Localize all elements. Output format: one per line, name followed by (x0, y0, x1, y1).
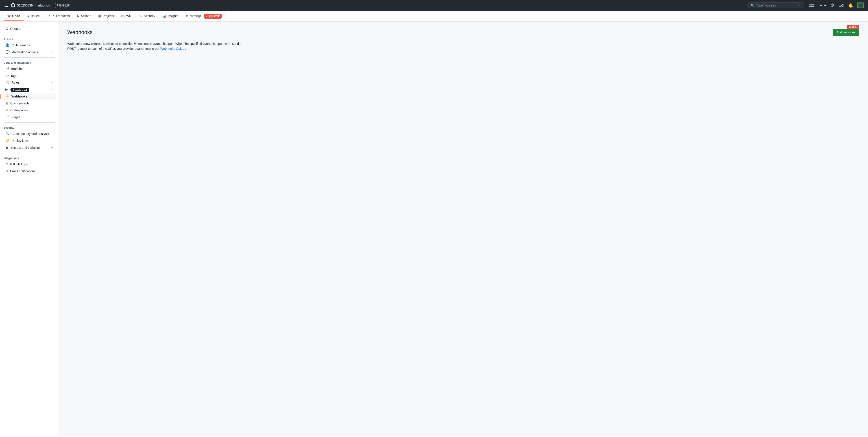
search-shortcut: / (798, 4, 801, 7)
pages-icon: 📄 (5, 115, 10, 119)
pr-tab-icon: ⎇ (46, 14, 50, 18)
main-layout: ⚙ General Access 👤 Collaborators 💬 Moder… (0, 22, 868, 436)
terminal-button[interactable]: ⌨ (808, 2, 815, 9)
webhooks-guide-link[interactable]: Webhooks Guide (160, 47, 184, 51)
code-tab-icon: <> (7, 14, 11, 18)
webhook-tooltip: 3.webhook (11, 88, 29, 92)
tab-projects[interactable]: ▦ Projects (95, 11, 118, 21)
sidebar-section-security: Security (0, 124, 58, 130)
sidebar-section-code: Code and automation (0, 59, 58, 65)
timer-icon[interactable]: ⏱ (830, 2, 835, 9)
tab-issues[interactable]: ● Issues (24, 11, 43, 21)
nav-tabs: <> Code ● Issues ⎇ Pull requests ▶ Actio… (0, 11, 868, 22)
sidebar-item-moderation[interactable]: 💬 Moderation options ▾ (2, 49, 56, 56)
tab-code-label: Code (12, 14, 20, 18)
sidebar-general-label: General (10, 27, 53, 31)
sidebar-secrets-label: Secrets and variables (10, 146, 50, 149)
tab-actions-label: Actions (81, 14, 91, 18)
tab-settings[interactable]: ⚙ Settings 2.选择设置 (182, 11, 225, 21)
sidebar-item-webhooks[interactable]: 3.webhook ⚡ Webhooks (2, 93, 56, 100)
sidebar-item-email-notifications[interactable]: ✉ Email notifications (2, 168, 56, 175)
tab-wiki[interactable]: 📖 Wiki (118, 11, 136, 21)
sidebar-item-tags[interactable]: 🏷 Tags (2, 72, 56, 79)
sidebar-item-codespaces[interactable]: ▤ Codespaces (2, 107, 56, 113)
sidebar-item-general[interactable]: ⚙ General (2, 25, 56, 32)
sidebar-item-pages[interactable]: 📄 Pages (2, 114, 56, 121)
sidebar-code-security-label: Code security and analysis (11, 132, 53, 136)
content-area: Webhooks 4.添加 Add webhook Webhooks allow… (58, 22, 868, 436)
sidebar-item-environments[interactable]: ▦ Environments (2, 100, 56, 107)
sidebar-branches-label: Branches (11, 67, 53, 71)
sidebar-pages-label: Pages (11, 115, 53, 119)
bell-icon[interactable]: 🔔 (847, 2, 854, 9)
security-tab-icon: 🛡 (139, 14, 143, 18)
add-webhook-wrapper: 4.添加 Add webhook (833, 29, 859, 36)
extension-icon[interactable]: ⬛ (857, 2, 864, 8)
sidebar-codespaces-label: Codespaces (10, 108, 53, 112)
rules-chevron-icon: ▾ (51, 81, 53, 84)
sidebar-moderation-label: Moderation options (11, 51, 50, 54)
secrets-icon: ▣ (5, 146, 8, 150)
search-icon: 🔍 (750, 4, 754, 7)
sidebar-github-apps-label: GitHub Apps (10, 163, 53, 166)
tab-security[interactable]: 🛡 Security (136, 11, 159, 21)
sidebar-deploy-keys-label: Deploy keys (11, 139, 53, 142)
rules-icon: 📋 (5, 80, 10, 85)
tab-projects-label: Projects (102, 14, 114, 18)
tab-code[interactable]: <> Code (4, 11, 24, 21)
collaborators-icon: 👤 (5, 43, 10, 47)
separator: / (35, 4, 36, 7)
pr-icon[interactable]: ⎇ (838, 2, 845, 9)
sidebar-tags-label: Tags (10, 74, 53, 77)
step2-badge: 2.选择设置 (204, 14, 222, 19)
search-input[interactable] (756, 4, 797, 7)
github-apps-icon: ⊙ (5, 162, 8, 166)
sidebar-item-branches[interactable]: ⎇ Branches (2, 65, 56, 72)
menu-button[interactable]: ☰ (4, 2, 9, 9)
topbar: ☰ 515250339 / algorithm 1.选择仓库 🔍 / ⌨ ＋ ▾… (0, 0, 868, 11)
tags-icon: 🏷 (5, 74, 9, 77)
sidebar-divider-code (4, 57, 55, 58)
moderation-icon: 💬 (5, 50, 10, 54)
step1-badge: 1.选择仓库 (55, 3, 71, 8)
sidebar-section-access: Access (0, 36, 58, 42)
projects-tab-icon: ▦ (98, 14, 101, 18)
sidebar-item-rules[interactable]: 📋 Rules ▾ (2, 79, 56, 86)
issues-tab-icon: ● (27, 14, 29, 18)
wiki-tab-icon: 📖 (121, 14, 125, 18)
moderation-chevron-icon: ▾ (51, 51, 53, 54)
plus-button[interactable]: ＋ ▾ (818, 2, 827, 9)
actions-icon: ▶ (5, 88, 8, 92)
tab-insights[interactable]: 📊 Insights (159, 11, 182, 21)
tab-security-label: Security (144, 14, 155, 18)
tab-settings-label: Settings (190, 14, 202, 18)
footer: © 2024 GitHub, Inc. Terms Privacy Securi… (0, 436, 868, 437)
general-icon: ⚙ (5, 27, 8, 31)
actions-tab-icon: ▶ (77, 14, 80, 18)
sidebar-environments-label: Environments (10, 102, 53, 105)
sidebar-item-github-apps[interactable]: ⊙ GitHub Apps (2, 161, 56, 168)
search-bar[interactable]: 🔍 / (748, 2, 804, 8)
settings-tab-icon: ⚙ (186, 14, 189, 18)
sidebar-item-code-security[interactable]: 🔍 Code security and analysis (2, 130, 56, 137)
sidebar-item-collaborators[interactable]: 👤 Collaborators (2, 42, 56, 48)
username: 515250339 (17, 4, 33, 7)
sidebar-divider-integrations (4, 153, 55, 153)
sidebar-item-secrets[interactable]: ▣ Secrets and variables ▾ (2, 144, 56, 151)
add-webhook-button[interactable]: Add webhook (833, 29, 859, 36)
page-description: Webhooks allow external services to be n… (67, 41, 247, 51)
sidebar-item-deploy-keys[interactable]: 🔑 Deploy keys (2, 137, 56, 144)
github-logo (11, 3, 15, 8)
tab-wiki-label: Wiki (126, 14, 132, 18)
sidebar-email-label: Email notifications (10, 169, 53, 173)
tab-pull-requests[interactable]: ⎇ Pull requests (43, 11, 73, 21)
tab-issues-label: Issues (31, 14, 39, 18)
email-icon: ✉ (5, 169, 8, 173)
webhooks-icon: ⚡ (5, 94, 10, 98)
description-text1: Webhooks allow external services to be n… (67, 42, 242, 51)
branches-icon: ⎇ (5, 67, 9, 71)
tab-insights-label: Insights (167, 14, 178, 18)
repo-name[interactable]: algorithm (38, 4, 53, 7)
tab-actions[interactable]: ▶ Actions (73, 11, 95, 21)
insights-tab-icon: 📊 (162, 14, 166, 18)
